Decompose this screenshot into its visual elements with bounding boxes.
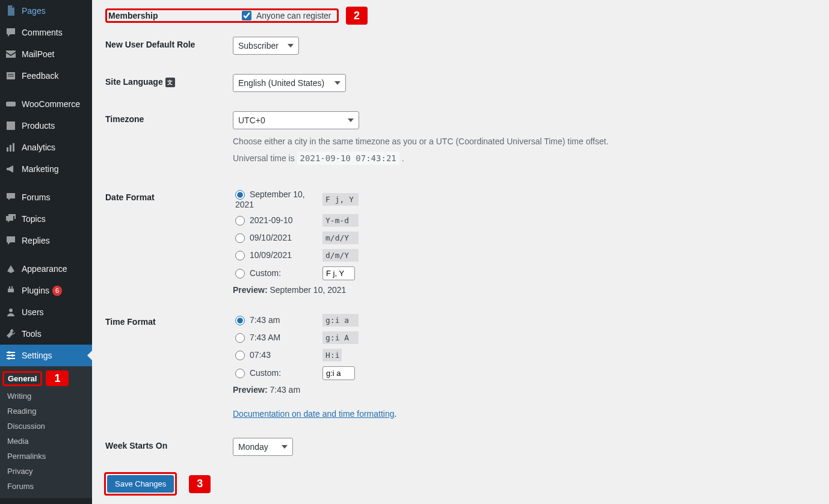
time-preview: Preview: 7:43 am — [233, 385, 810, 395]
menu-label: Products — [22, 121, 55, 131]
menu-item-woocommerce[interactable]: WooCommerce — [0, 93, 92, 115]
menu-item-marketing[interactable]: Marketing — [0, 158, 92, 180]
svg-rect-7 — [13, 143, 14, 152]
svg-point-12 — [8, 351, 10, 354]
menu-label: Comments — [22, 28, 63, 37]
time-option-0[interactable]: 7:43 am — [235, 315, 322, 325]
menu-label: Marketing — [22, 164, 58, 174]
menu-item-analytics[interactable]: Analytics — [0, 137, 92, 158]
appearance-icon — [5, 263, 17, 275]
replies-icon — [5, 235, 17, 247]
settings-general-content: Membership Anyone can register 2 New Use… — [92, 0, 829, 504]
submenu-forums[interactable]: Forums — [0, 479, 92, 494]
save-button[interactable]: Save Changes — [107, 475, 174, 493]
time-custom-input[interactable] — [322, 366, 355, 380]
menu-label: WooCommerce — [22, 99, 80, 109]
submenu-media[interactable]: Media — [0, 434, 92, 449]
menu-label: Plugins — [22, 286, 49, 295]
comments-icon — [5, 26, 17, 38]
date-custom-input[interactable] — [322, 266, 355, 280]
membership-checkbox-label: Anyone can register — [256, 11, 331, 20]
date-format-label: Date Format — [105, 180, 226, 304]
submenu-privacy[interactable]: Privacy — [0, 464, 92, 479]
submenu-reading[interactable]: Reading — [0, 404, 92, 419]
menu-label: Tools — [22, 329, 42, 339]
timezone-description: Choose either a city in the same timezon… — [233, 137, 810, 146]
users-icon — [5, 306, 17, 318]
submenu-permalinks[interactable]: Permalinks — [0, 449, 92, 464]
feedback-icon — [5, 70, 17, 82]
svg-rect-6 — [10, 145, 11, 152]
time-option-2[interactable]: 07:43 — [235, 350, 322, 360]
svg-rect-3 — [6, 102, 16, 106]
svg-point-13 — [11, 354, 14, 357]
menu-label: Topics — [22, 214, 46, 224]
menu-item-feedback[interactable]: Feedback — [0, 65, 92, 87]
timezone-label: Timezone — [105, 102, 226, 179]
tools-icon — [5, 328, 17, 340]
menu-label: Feedback — [22, 71, 58, 81]
menu-label: Replies — [22, 236, 50, 245]
svg-point-8 — [9, 309, 13, 312]
menu-label: Settings — [22, 351, 52, 360]
settings-submenu: General 1 Writing Reading Discussion Med… — [0, 366, 92, 498]
menu-item-appearance[interactable]: Appearance — [0, 258, 92, 280]
woo-icon — [5, 98, 17, 110]
marketing-icon — [5, 163, 17, 175]
submenu-general[interactable]: General — [2, 371, 42, 386]
menu-item-forums[interactable]: Forums — [0, 186, 92, 208]
timezone-select[interactable]: UTC+0 — [233, 111, 359, 129]
menu-label: Pages — [22, 6, 46, 16]
mailpoet-icon — [5, 48, 17, 60]
menu-label: MailPoet — [22, 49, 54, 59]
submenu-discussion[interactable]: Discussion — [0, 419, 92, 434]
svg-rect-1 — [8, 74, 14, 75]
week-starts-label: Week Starts On — [105, 429, 226, 465]
admin-sidebar: Pages Comments MailPoet Feedback WooComm… — [0, 0, 92, 504]
date-option-2[interactable]: 09/10/2021 — [235, 233, 322, 243]
universal-time-line: Universal time is 2021-09-10 07:43:21 . — [233, 153, 810, 163]
time-option-custom[interactable]: Custom: — [235, 368, 322, 378]
pages-icon — [5, 5, 17, 17]
menu-item-topics[interactable]: Topics — [0, 208, 92, 230]
menu-label: Forums — [22, 192, 50, 202]
site-language-label: Site Language 文 — [105, 65, 226, 101]
analytics-icon — [5, 141, 17, 153]
site-language-select[interactable]: English (United States) — [233, 74, 346, 92]
date-preview: Preview: September 10, 2021 — [233, 285, 810, 295]
menu-item-mailpoet[interactable]: MailPoet — [0, 43, 92, 65]
time-option-1[interactable]: 7:43 AM — [235, 333, 322, 343]
menu-label: Analytics — [22, 143, 55, 152]
menu-item-settings[interactable]: Settings — [0, 345, 92, 366]
submenu-writing[interactable]: Writing — [0, 389, 92, 404]
date-option-1[interactable]: 2021-09-10 — [235, 215, 322, 226]
menu-label: Appearance — [22, 264, 67, 274]
membership-label: Membership — [108, 11, 242, 20]
plugins-badge: 6 — [52, 286, 62, 296]
new-user-role-select[interactable]: Subscriber — [233, 37, 299, 55]
plugins-icon — [5, 284, 17, 297]
date-option-0[interactable]: September 10, 2021 — [235, 189, 322, 209]
date-option-custom[interactable]: Custom: — [235, 268, 322, 278]
forums-icon — [5, 191, 17, 203]
menu-item-users[interactable]: Users — [0, 301, 92, 323]
menu-item-comments[interactable]: Comments — [0, 22, 92, 43]
menu-item-plugins[interactable]: Plugins6 — [0, 280, 92, 301]
week-starts-select[interactable]: Monday — [233, 438, 293, 456]
menu-item-products[interactable]: Products — [0, 115, 92, 137]
translate-icon: 文 — [165, 78, 175, 87]
time-format-label: Time Format — [105, 305, 226, 428]
svg-rect-4 — [7, 121, 15, 130]
menu-item-tools[interactable]: Tools — [0, 323, 92, 345]
products-icon — [5, 120, 17, 132]
membership-checkbox[interactable] — [242, 11, 251, 20]
annotation-tag-3: 3 — [189, 475, 211, 493]
menu-item-pages[interactable]: Pages — [0, 0, 92, 22]
svg-rect-2 — [8, 76, 14, 76]
datetime-doc-link[interactable]: Documentation on date and time formattin… — [233, 409, 395, 419]
annotation-tag-1: 1 — [46, 370, 69, 386]
svg-rect-5 — [7, 147, 8, 152]
annotation-tag-2: 2 — [346, 7, 368, 25]
menu-item-replies[interactable]: Replies — [0, 230, 92, 251]
date-option-3[interactable]: 10/09/2021 — [235, 250, 322, 260]
